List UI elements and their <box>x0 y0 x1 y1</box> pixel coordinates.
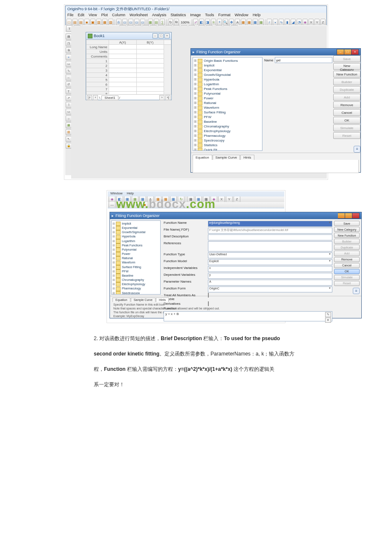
zoom-icon[interactable]: 🔍 <box>223 19 228 26</box>
open-excel-icon[interactable]: ▤ <box>78 19 84 26</box>
tb2-e[interactable]: ▦ <box>139 197 146 202</box>
tree-top[interactable]: Origin Basic Functions <box>194 58 261 63</box>
t2-chrom[interactable]: Chromatography <box>112 278 159 282</box>
column-icon[interactable]: ▮ <box>285 19 290 26</box>
category-tree[interactable]: Origin Basic Functions Implicit Exponent… <box>193 57 262 151</box>
3d-icon[interactable]: ◈ <box>303 19 308 26</box>
tab-hints[interactable]: Hints <box>240 155 254 160</box>
func-edit-icon[interactable]: ✎ <box>325 312 331 317</box>
t2-peak[interactable]: Peak Functions <box>112 243 159 248</box>
fn-name-input[interactable]: erjidonglixuefangcheng <box>208 221 332 227</box>
func-box[interactable]: y = x + B ✎ ▾ <box>164 311 332 321</box>
tab-equation[interactable]: Equation <box>193 155 212 160</box>
template-icon[interactable]: ▣ <box>90 19 95 26</box>
row-comments[interactable]: Comments <box>86 54 109 59</box>
mask2-icon[interactable]: ▦ <box>247 19 252 26</box>
menu-help[interactable]: Help <box>252 13 262 19</box>
derivs-checkbox[interactable] <box>208 301 209 306</box>
tb2-h[interactable]: ▦ <box>162 197 169 202</box>
new-workbook-icon[interactable]: ▭ <box>128 19 133 26</box>
duplicate-icon[interactable]: ⧉ <box>174 19 179 26</box>
region2-icon[interactable]: ▦ <box>66 122 72 128</box>
tb2-g[interactable]: ▦ <box>155 197 161 202</box>
tree-pfw[interactable]: PFW <box>194 115 261 119</box>
t2-rational[interactable]: Rational <box>112 256 159 260</box>
menu-plot[interactable]: Plot <box>100 13 109 19</box>
panning-icon[interactable]: ✥ <box>229 19 234 26</box>
menu2-help[interactable]: Help <box>126 191 134 197</box>
t2-electro[interactable]: Electrophysiology <box>112 282 159 286</box>
text2-icon[interactable]: T <box>66 88 72 94</box>
tb2-a[interactable]: ◈ <box>109 197 115 202</box>
region-icon[interactable]: ▦ <box>253 19 258 26</box>
t2-power[interactable]: Power <box>112 252 159 256</box>
menu-edit[interactable]: Edit <box>77 13 86 19</box>
import-wizard-icon[interactable]: ▦ <box>102 19 107 26</box>
tb2-n[interactable]: ◈ <box>210 197 217 202</box>
area-icon[interactable]: ◢ <box>291 19 296 26</box>
row-3[interactable]: 3 <box>86 68 109 73</box>
row-5[interactable]: 5 <box>86 78 109 82</box>
first-sheet-icon[interactable]: |‹ <box>87 95 92 100</box>
pointer-icon[interactable]: ↖ <box>66 136 72 142</box>
fitting-function-organizer-2[interactable]: ▸ Fitting Function Organizer Implicit Ex… <box>110 212 362 318</box>
tree-pharma[interactable]: Pharmacology <box>194 133 261 138</box>
add2-button[interactable]: Add <box>334 251 360 256</box>
ok-button[interactable]: OK <box>333 117 360 124</box>
newfunc2-button[interactable]: New Function <box>334 233 360 238</box>
origin2-menubar[interactable]: Window Help <box>108 191 284 197</box>
row-2[interactable]: 2 <box>86 64 109 68</box>
sheet-tab-sheet1[interactable]: Sheet1 <box>101 95 118 100</box>
max-icon[interactable]: □ <box>344 49 352 55</box>
tb2-m[interactable]: ▦ <box>203 197 210 202</box>
t2-spectro[interactable]: Spectroscopy <box>112 291 159 295</box>
rotate-icon[interactable]: ↺ <box>66 81 72 87</box>
new-matrix-icon[interactable]: ▦ <box>148 19 153 26</box>
lock-icon[interactable]: 🔒 <box>66 143 72 149</box>
menu-worksheet[interactable]: Worksheet <box>129 13 149 19</box>
tree-electro[interactable]: Electrophysiology <box>194 129 261 133</box>
tree-power[interactable]: Power <box>194 96 261 101</box>
t2-baseline[interactable]: Baseline <box>112 274 159 278</box>
main-menubar[interactable]: File Edit View Plot Column Worksheet Ana… <box>66 13 326 19</box>
close2-icon[interactable]: × <box>352 49 359 55</box>
reset2-button[interactable]: Reset <box>334 281 360 286</box>
t2-wave[interactable]: Waveform <box>112 260 159 265</box>
tree-logarithm[interactable]: Logarithm <box>194 82 261 87</box>
last-sheet-icon[interactable]: ›| <box>165 95 170 100</box>
cancel-button[interactable]: Cancel <box>333 109 360 116</box>
row-4[interactable]: 4 <box>86 73 109 78</box>
t2-pharma[interactable]: Pharmacology <box>112 286 159 291</box>
min-icon[interactable]: – <box>337 49 344 55</box>
export-icon[interactable]: ▧ <box>108 19 113 26</box>
tree-exponential[interactable]: Exponential <box>194 68 261 72</box>
file-input[interactable]: F:\origin 文件存储\fitfunc\dhujixuefanesecon… <box>208 228 332 234</box>
prev-sheet-icon[interactable]: ‹ <box>93 95 98 100</box>
duplicate2-icon[interactable]: ⧉ <box>66 47 72 53</box>
simulate-button[interactable]: Simulate <box>333 124 360 131</box>
builder2-button[interactable]: Builder <box>334 239 360 244</box>
tree-stats[interactable]: Statistics <box>194 143 261 147</box>
new-function-button[interactable]: New Function <box>333 71 360 78</box>
builder-button[interactable]: Builder <box>333 78 360 85</box>
col-a-header[interactable]: A(X) <box>109 40 137 45</box>
legend-icon[interactable]: ▦ <box>259 19 264 26</box>
menu-analysis[interactable]: Analysis <box>151 13 167 19</box>
menu-tools[interactable]: Tools <box>204 13 215 19</box>
tb2-b[interactable]: ◧ <box>116 197 123 202</box>
draw-rect-icon[interactable]: ▭ <box>66 109 72 115</box>
menu-file[interactable]: File <box>66 13 75 19</box>
y-label[interactable]: Y <box>314 19 320 26</box>
remove-button[interactable]: Remove <box>333 101 360 108</box>
fform-select[interactable]: OriginC <box>208 286 332 292</box>
func-expand-icon[interactable]: ▾ <box>325 318 331 323</box>
row-7[interactable]: 7 <box>86 87 109 92</box>
mask-icon[interactable]: ▦ <box>241 19 246 26</box>
new-notes-icon[interactable]: ▤ <box>154 19 159 26</box>
ffo-titlebar[interactable]: ▸ Fitting Function Organizer – □ × <box>191 49 360 55</box>
save2-button[interactable]: Save <box>334 221 360 226</box>
t2-hyper[interactable]: Hyperbola <box>112 234 159 239</box>
tree-implicit[interactable]: Implicit <box>194 63 261 68</box>
minimize-icon[interactable]: – <box>153 33 158 38</box>
new-function-icon[interactable]: ∑ <box>160 19 165 26</box>
